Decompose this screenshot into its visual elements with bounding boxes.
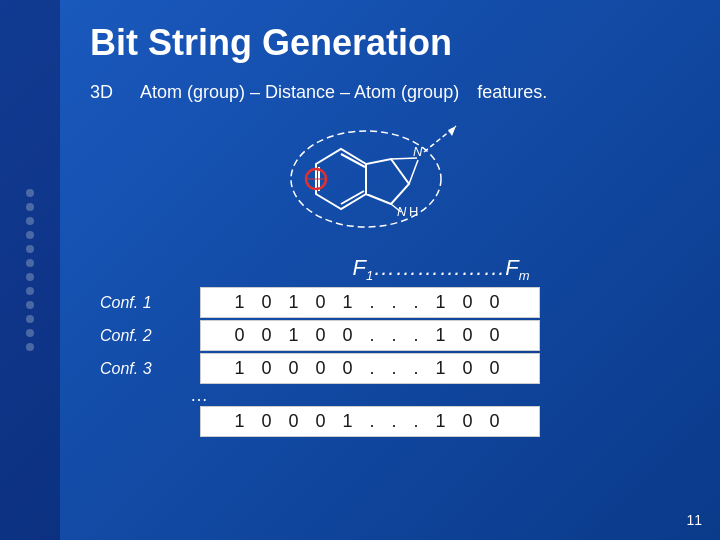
conf-1-bits: 1 0 1 0 1 . . . 1 0 0 xyxy=(200,287,540,318)
molecule-svg: N H N xyxy=(261,114,521,249)
middle-dots-row: … xyxy=(90,384,692,406)
conf-1-bit-string: 1 0 1 0 1 . . . 1 0 0 xyxy=(234,292,505,313)
bar-dot xyxy=(26,329,34,337)
conf-1-label: Conf. 1 xyxy=(100,294,200,312)
bar-dot xyxy=(26,273,34,281)
conf-row-3: Conf. 3 1 0 0 0 0 . . . 1 0 0 xyxy=(100,353,692,384)
subtitle-text: Atom (group) – Distance – Atom (group) xyxy=(140,82,459,103)
conf-2-bit-string: 0 0 1 0 0 . . . 1 0 0 xyxy=(234,325,505,346)
page-title: Bit String Generation xyxy=(90,22,692,64)
bar-dot xyxy=(26,259,34,267)
result-row: 1 0 0 0 1 . . . 1 0 0 xyxy=(100,406,692,437)
conf-row-2: Conf. 2 0 0 1 0 0 . . . 1 0 0 xyxy=(100,320,692,351)
svg-text:N: N xyxy=(397,204,407,219)
conf-2-bits: 0 0 1 0 0 . . . 1 0 0 xyxy=(200,320,540,351)
bar-dot xyxy=(26,217,34,225)
svg-text:N: N xyxy=(413,144,423,159)
bar-dot xyxy=(26,203,34,211)
middle-dots: … xyxy=(190,385,212,406)
result-bit-string: 1 0 0 0 1 . . . 1 0 0 xyxy=(234,411,505,432)
svg-line-9 xyxy=(409,160,418,184)
conf-3-label: Conf. 3 xyxy=(100,360,200,378)
main-content: Bit String Generation 3D Atom (group) – … xyxy=(60,0,720,540)
svg-marker-4 xyxy=(366,159,409,204)
slide: Bit String Generation 3D Atom (group) – … xyxy=(0,0,720,540)
conf-row-1: Conf. 1 1 0 1 0 1 . . . 1 0 0 xyxy=(100,287,692,318)
molecule-area: N H N xyxy=(90,111,692,251)
svg-line-10 xyxy=(391,158,417,159)
subtitle-row: 3D Atom (group) – Distance – Atom (group… xyxy=(90,82,692,103)
left-decorative-bar xyxy=(0,0,60,540)
conf-2-label: Conf. 2 xyxy=(100,327,200,345)
bar-dot xyxy=(26,301,34,309)
table-area: Conf. 1 1 0 1 0 1 . . . 1 0 0 Conf. 2 0 … xyxy=(100,287,692,384)
label-3d: 3D xyxy=(90,82,130,103)
bar-dot xyxy=(26,231,34,239)
conf-3-bit-string: 1 0 0 0 0 . . . 1 0 0 xyxy=(234,358,505,379)
svg-marker-15 xyxy=(448,126,456,136)
bar-dot xyxy=(26,245,34,253)
f-header-label: F1………………Fm xyxy=(353,255,530,283)
bar-dot xyxy=(26,287,34,295)
bar-dot xyxy=(26,189,34,197)
bar-dot xyxy=(26,315,34,323)
bar-dot xyxy=(26,343,34,351)
header-row: F1………………Fm xyxy=(90,255,692,283)
conf-3-bits: 1 0 0 0 0 . . . 1 0 0 xyxy=(200,353,540,384)
page-number: 11 xyxy=(686,512,702,528)
features-text: features. xyxy=(477,82,547,103)
result-bits-box: 1 0 0 0 1 . . . 1 0 0 xyxy=(200,406,540,437)
